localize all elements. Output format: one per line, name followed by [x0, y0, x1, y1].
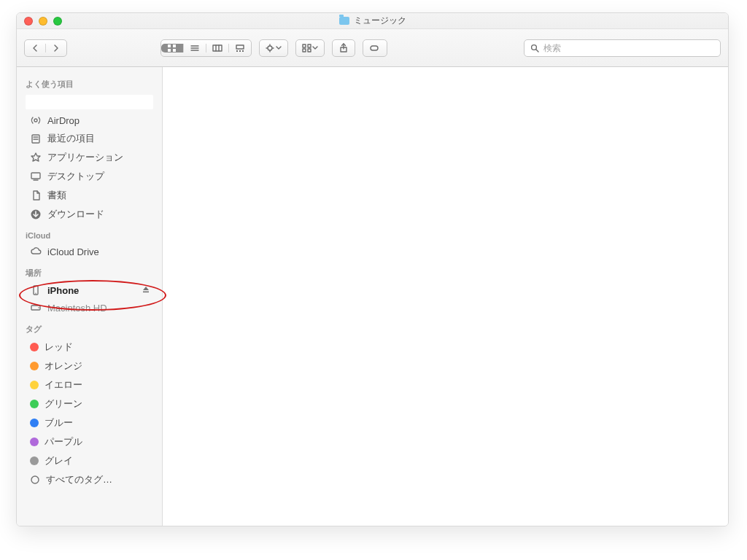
- sidebar-tag-yellow[interactable]: イエロー: [17, 376, 162, 394]
- action-menu[interactable]: [259, 39, 288, 57]
- sidebar-item-desktop[interactable]: デスクトップ: [17, 167, 162, 186]
- back-button[interactable]: [25, 44, 45, 52]
- sidebar-item-label: グレイ: [44, 454, 155, 467]
- add-tags-button[interactable]: [363, 39, 387, 57]
- sidebar-item-redacted[interactable]: [26, 95, 153, 109]
- view-column-button[interactable]: [206, 44, 228, 52]
- eject-icon: [142, 285, 150, 294]
- sidebar: よく使う項目 AirDrop 最近の項目 アプリケーション デスクトップ: [17, 67, 163, 526]
- tag-icon: [369, 44, 381, 52]
- svg-rect-20: [308, 44, 311, 47]
- svg-rect-12: [239, 50, 241, 52]
- fullscreen-window-button[interactable]: [53, 17, 62, 26]
- sidebar-tag-blue[interactable]: ブルー: [17, 413, 162, 432]
- documents-icon: [30, 190, 42, 201]
- sidebar-item-label: Macintosh HD: [47, 303, 155, 314]
- tag-dot-icon: [30, 456, 39, 465]
- forward-button[interactable]: [45, 44, 66, 52]
- recents-icon: [30, 133, 42, 144]
- sidebar-tag-green[interactable]: グリーン: [17, 394, 162, 413]
- sidebar-item-label: イエロー: [44, 378, 155, 392]
- sidebar-item-label: デスクトップ: [47, 170, 155, 183]
- cloud-icon: [30, 246, 42, 257]
- sidebar-section-favorites: よく使う項目: [17, 71, 162, 93]
- sidebar-item-icloud-drive[interactable]: iCloud Drive: [17, 243, 162, 260]
- minimize-window-button[interactable]: [39, 17, 47, 26]
- close-window-button[interactable]: [24, 17, 33, 26]
- sidebar-item-label: グリーン: [44, 397, 155, 411]
- svg-point-26: [532, 44, 537, 50]
- disk-icon: [30, 302, 42, 314]
- sidebar-item-label: 書類: [47, 189, 155, 202]
- sidebar-item-label: レッド: [44, 341, 155, 354]
- sidebar-tag-orange[interactable]: オレンジ: [17, 357, 162, 376]
- view-mode-switcher: [160, 39, 252, 57]
- svg-rect-19: [303, 44, 306, 47]
- sidebar-section-icloud: iCloud: [17, 224, 162, 243]
- svg-marker-38: [143, 287, 149, 290]
- applications-icon: [30, 152, 42, 163]
- sidebar-item-label: ブルー: [44, 416, 155, 429]
- toolbar: [17, 29, 728, 67]
- eject-button[interactable]: [142, 285, 150, 296]
- share-button[interactable]: [332, 39, 355, 57]
- view-icon-button[interactable]: [161, 44, 183, 52]
- view-list-button[interactable]: [183, 44, 206, 52]
- svg-rect-0: [168, 44, 171, 47]
- sidebar-item-applications[interactable]: アプリケーション: [17, 148, 162, 167]
- svg-point-37: [35, 293, 36, 294]
- svg-rect-2: [168, 49, 171, 52]
- svg-rect-25: [371, 46, 378, 50]
- svg-rect-21: [303, 49, 306, 52]
- svg-rect-10: [236, 45, 244, 49]
- sidebar-tag-purple[interactable]: パープル: [17, 432, 162, 451]
- sidebar-section-locations: 場所: [17, 260, 162, 281]
- svg-marker-32: [31, 153, 40, 161]
- svg-rect-1: [173, 44, 176, 47]
- svg-rect-39: [143, 291, 149, 292]
- chevron-down-icon: [312, 44, 318, 52]
- share-icon: [338, 43, 349, 53]
- svg-point-42: [31, 476, 39, 483]
- sidebar-item-recents[interactable]: 最近の項目: [17, 129, 162, 148]
- finder-window: ミュージック: [16, 12, 729, 526]
- desktop-icon: [30, 171, 42, 182]
- sidebar-item-label: オレンジ: [44, 359, 155, 373]
- sidebar-tag-gray[interactable]: グレイ: [17, 451, 162, 470]
- svg-rect-11: [236, 50, 238, 52]
- sidebar-item-macintosh-hd[interactable]: Macintosh HD: [17, 299, 162, 316]
- sidebar-item-label: iCloud Drive: [47, 246, 155, 257]
- sidebar-item-airdrop[interactable]: AirDrop: [17, 112, 162, 129]
- view-gallery-button[interactable]: [228, 44, 251, 52]
- sidebar-tag-red[interactable]: レッド: [17, 338, 162, 357]
- svg-rect-7: [213, 45, 222, 51]
- titlebar: ミュージック: [17, 13, 728, 29]
- sidebar-item-label: ダウンロード: [47, 208, 155, 221]
- group-by-menu[interactable]: [295, 39, 325, 57]
- svg-rect-13: [242, 50, 244, 52]
- sidebar-item-iphone[interactable]: iPhone: [17, 281, 162, 299]
- tag-dot-icon: [30, 381, 39, 389]
- svg-rect-22: [308, 49, 311, 52]
- svg-point-41: [38, 307, 39, 308]
- svg-point-28: [34, 119, 37, 122]
- gear-icon: [266, 44, 276, 52]
- sidebar-item-documents[interactable]: 書類: [17, 186, 162, 205]
- chevron-down-icon: [276, 44, 282, 52]
- all-tags-icon: [30, 475, 40, 485]
- search-field[interactable]: [524, 39, 721, 57]
- window-controls: [24, 17, 62, 26]
- downloads-icon: [30, 209, 42, 220]
- tag-dot-icon: [30, 343, 39, 351]
- sidebar-item-label: すべてのタグ…: [46, 473, 155, 486]
- sidebar-item-label: アプリケーション: [47, 151, 155, 164]
- window-title: ミュージック: [354, 15, 406, 27]
- nav-buttons: [24, 39, 67, 57]
- search-input[interactable]: [543, 43, 714, 53]
- sidebar-item-downloads[interactable]: ダウンロード: [17, 205, 162, 224]
- tag-dot-icon: [30, 362, 39, 370]
- sidebar-tag-all[interactable]: すべてのタグ…: [17, 470, 162, 489]
- search-icon: [530, 44, 539, 52]
- iphone-icon: [30, 284, 42, 296]
- sidebar-item-label: パープル: [44, 435, 155, 448]
